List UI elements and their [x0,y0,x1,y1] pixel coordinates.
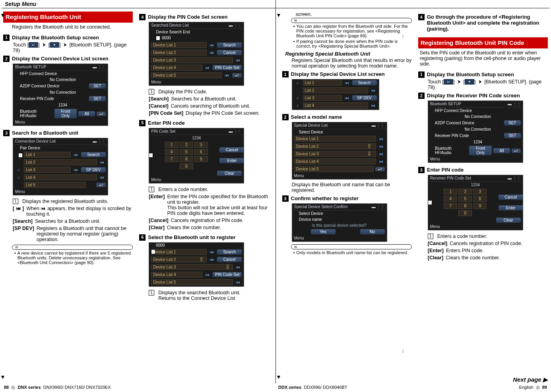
def-text: Searches for a Bluetooth unit. [171,96,269,102]
sub-desc: Registers Special Bluetooth unit that re… [292,58,412,69]
step-number: 4 [139,14,146,20]
margin-arrow-icon: ▼ [0,374,6,380]
def-text: Clears the code number. [446,255,548,261]
def-key: [Search] [13,218,33,224]
back-icon: ⮐ [232,73,242,77]
step-title: Select the Bluetooth unit to register [148,234,269,240]
step-title: Select a model name [291,114,412,120]
screenshot-special-device-list: Special Device List▬ ⋮⋮ Select Device De… [292,122,387,180]
page-footer: 88 DNX series DNX9960/ DNX7160/ DNX7020E… [0,383,551,392]
caret-icon: ➤ [458,79,461,85]
note-text: •A new device cannot be registered if th… [14,251,133,265]
def-text: When ⏮ appears, the text display is scro… [26,206,133,217]
back-icon: ⮐ [97,112,106,116]
screenshot-receiver-pin: Receiver PIN Code Set▬ ⋮⋮ 1234 1 123 456… [428,175,523,230]
back-icon: ⮐ [375,167,385,171]
margin-arrow-icon: ▼ [276,374,281,380]
def-key: [Search] [149,96,169,102]
screenshot-bluetooth-setup: Bluetooth SETUP▬ ⋮⋮ HFP Connect Device N… [13,64,108,126]
step-title: Display the Receiver PIN Code screen [427,93,548,98]
screenshot-searched-device-list: Searched Device List▬ ⋮⋮ Device Search E… [149,22,244,86]
callout-1: 1 [151,249,155,254]
setup-icon: ✦ [465,79,474,85]
step-number: 1 [3,35,10,41]
step-title: Display the Special Device List screen [291,71,412,77]
next-page-link: Next page ▶ [418,376,548,383]
def-key: [PIN Code Set] [149,110,183,116]
section-title: Registering Bluetooth Unit [3,12,133,23]
def-key: [Enter] [149,194,165,216]
page-divider [276,0,276,383]
note-icon: ⁝≡ [291,18,412,23]
screenshot-special-list-small: ♪List 1⏮Search List 2⏮ ♪List 3⏮SP DEV ♪L… [292,79,379,110]
def-text: Searches for a Bluetooth unit. [35,218,133,224]
step-title: Search for a Bluetooth unit [12,130,133,136]
def-text: Clears the code number. [167,225,269,230]
step-number: 5 [139,120,146,126]
continuation-text: screen. [296,12,412,17]
def-text: Enters a code number. [158,187,269,192]
screenshot-select-unit: 0000 1 Device List 1⏮Search Device List … [149,242,244,287]
caret-icon: ➤ [64,42,67,48]
step-title: Enter PIN code [148,120,269,126]
step-number: 1 [282,71,289,77]
caret-icon: ➤ [479,79,482,85]
ref-1: 1 [13,199,18,204]
margin-arrow-icon: ▼ [276,12,281,18]
def-text: Enters PIN code. [446,248,548,253]
arrow-down-icon: ⇩ [225,264,230,270]
def-key: [SP DEV] [13,226,34,242]
step-title: Display the Bluetooth Setup screen [12,35,133,41]
def-key: [Clear] [428,255,444,261]
step-body: Touch [⇐] ➤ [✦] ➤ [Bluetooth SETUP]. (pa… [428,79,548,91]
step-number: 1 [418,71,425,78]
screenshot-confirm: Special Device Select Confirm▬ ⋮⋮ Select… [292,203,387,242]
def-text: Enters a code number. [437,234,548,239]
def-key: [Cancel] [149,103,168,109]
arrow-up-icon: ⇧ [199,256,204,263]
desc-text: Displays the Bluetooth unit name that ca… [292,182,412,193]
ref-1: 1 [149,187,154,192]
def-text: Registers a Bluetooth unit that cannot b… [37,226,133,242]
callout-1: 1 [156,36,160,41]
step-number: 6 [139,234,146,241]
def-text: Displays the searched Bluetooth unit.Ret… [158,290,269,301]
step-title: Enter PIN code [427,167,548,173]
note-text: •Only models in Bluetooth unit name list… [293,250,412,255]
screenshot-connection-device-list: Connection Device List▬ ⋮⋮ Pair Device 1… [13,138,108,195]
def-key: [Cancel] [149,218,168,223]
def-key: [ ⏮ ] [13,206,24,217]
ref-1: 1 [149,290,154,295]
note-icon: ⁝≡ [291,244,412,249]
step-number: 3 [282,195,289,202]
back-icon: ⮐ [512,149,521,153]
callout-1: 1 [149,153,153,158]
callout-1: 1 [428,200,432,205]
def-text: Cancels registration of PIN code. [171,218,269,223]
def-key: [Cancel] [428,241,447,246]
def-text: Display the PIN Code Set screen. [186,110,269,116]
step-title: Confirm whether to register [291,195,412,201]
step-number: 2 [3,56,10,62]
step-number: 2 [282,114,289,120]
home-icon: ⇐ [444,79,453,85]
def-text: Display the PIN Code. [158,89,269,95]
step-number: 4 [418,14,425,20]
dot-marker [403,35,403,38]
def-text: Enter the PIN code specified for the Blu… [167,194,269,216]
sub-heading: Registering Special Bluetooth Unit [285,51,412,57]
step-title: Display the Connect Device List screen [12,56,133,62]
screenshot-pin-code-set: PIN Code Set▬ ⋮⋮ 1234 1 123 456 789 0 Ca… [149,128,244,183]
step-number: 3 [418,167,425,173]
step-title: Display the PIN Code Set screen [148,14,269,20]
step-body: Touch [⇐] ➤ [✦] ➤ [Bluetooth SETUP]. (pa… [13,42,133,54]
step-title: Display the Bluetooth Setup screen [427,71,548,77]
step-number: 2 [418,93,425,99]
callout-1: 1 [18,153,23,158]
ref-1: 1 [428,234,433,239]
screenshot-bluetooth-setup: Bluetooth SETUP▬ ⋮⋮ HFP Connect Device N… [428,100,523,163]
section-desc: Sets the PIN code of the Bluetooth unit … [420,50,548,67]
def-key: [Enter] [428,248,444,253]
arrow-down-icon: ⇩ [367,151,372,157]
step-title: Go through the procedure of <Registering… [427,14,548,32]
